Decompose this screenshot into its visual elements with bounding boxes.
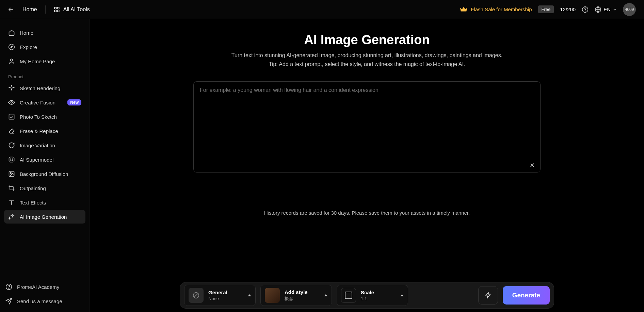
user-icon <box>8 58 15 65</box>
sidebar-item-label: Sketch Rendering <box>20 85 60 91</box>
svg-rect-3 <box>57 10 59 12</box>
option-text: General None <box>208 290 227 301</box>
language-selector[interactable]: EN <box>595 6 617 13</box>
hero-subtitle-1: Turn text into stunning AI-generated Ima… <box>90 51 644 60</box>
sidebar: Home Explore My Home Page Product Sketch… <box>0 19 90 312</box>
avatar-label: 4609 <box>625 7 634 12</box>
back-button[interactable] <box>5 4 16 15</box>
footer-link-label: Send us a message <box>17 298 62 304</box>
svg-rect-1 <box>57 7 59 9</box>
new-badge: New <box>67 99 81 105</box>
option-scale[interactable]: Scale 1:1 <box>337 285 408 306</box>
quick-action-button[interactable] <box>478 286 498 305</box>
option-title: General <box>208 290 227 295</box>
bolt-icon <box>485 292 492 299</box>
home-link[interactable]: Home <box>22 6 37 13</box>
aspect-icon <box>341 288 356 303</box>
globe-icon <box>595 6 601 13</box>
text-icon <box>8 199 15 206</box>
main: AI Image Generation Turn text into stunn… <box>90 19 644 312</box>
all-ai-tools-label: All AI Tools <box>63 6 90 13</box>
svg-point-13 <box>11 159 11 160</box>
grid-icon <box>54 6 60 13</box>
option-text: Scale 1:1 <box>361 290 374 301</box>
eraser-icon <box>8 128 15 134</box>
sidebar-item-label: AI Image Generation <box>20 214 67 220</box>
clear-prompt-button[interactable]: ✕ <box>529 162 535 169</box>
option-bar: General None Add style 概念 Scale 1:1 <box>180 282 554 309</box>
topbar-left: Home All AI Tools <box>5 4 90 15</box>
footer-link-academy[interactable]: PromeAI Academy <box>4 280 85 294</box>
sidebar-item-my-home-page[interactable]: My Home Page <box>4 54 85 68</box>
sidebar-item-label: Text Effects <box>20 200 46 206</box>
sidebar-item-label: Explore <box>20 44 37 50</box>
sidebar-item-erase-replace[interactable]: Erase & Replace <box>4 124 85 138</box>
sidebar-item-outpainting[interactable]: Outpainting <box>4 181 85 195</box>
flash-sale-link[interactable]: Flash Sale for Membership <box>460 6 532 13</box>
sidebar-products-group: Sketch Rendering Creative Fusion New Pho… <box>4 81 85 224</box>
sidebar-item-label: Image Variation <box>20 143 55 148</box>
svg-point-10 <box>11 102 13 103</box>
generate-label: Generate <box>512 292 540 299</box>
sidebar-item-ai-supermodel[interactable]: AI Supermodel <box>4 153 85 166</box>
language-label: EN <box>603 6 611 12</box>
svg-rect-0 <box>54 7 56 9</box>
sidebar-item-background-diffusion[interactable]: Background Diffusion <box>4 167 85 181</box>
option-add-style[interactable]: Add style 概念 <box>260 285 332 306</box>
send-icon <box>5 298 12 305</box>
history-note: History records are saved for 30 days. P… <box>90 210 644 216</box>
svg-marker-8 <box>11 46 13 48</box>
svg-rect-11 <box>9 114 14 119</box>
topbar: Home All AI Tools Flash Sale for Members… <box>0 0 644 19</box>
sidebar-item-label: AI Supermodel <box>20 157 53 163</box>
sidebar-item-photo-to-sketch[interactable]: Photo To Sketch <box>4 110 85 124</box>
chevron-up-icon <box>400 294 404 296</box>
sidebar-item-text-effects[interactable]: Text Effects <box>4 196 85 209</box>
svg-point-16 <box>10 173 11 174</box>
option-title: Scale <box>361 290 374 295</box>
svg-rect-12 <box>9 157 14 162</box>
prompt-container: ✕ <box>90 81 644 173</box>
home-icon <box>8 29 15 36</box>
arrow-left-icon <box>7 6 14 13</box>
hero-subtitle-2: Tip: Add a text prompt, select the style… <box>90 60 644 68</box>
generate-button[interactable]: Generate <box>503 286 550 305</box>
sidebar-item-explore[interactable]: Explore <box>4 40 85 54</box>
prompt-input[interactable] <box>200 87 534 167</box>
sidebar-item-home[interactable]: Home <box>4 26 85 39</box>
image-icon <box>8 170 15 177</box>
refresh-icon <box>8 142 15 149</box>
crown-icon <box>460 6 467 13</box>
sidebar-item-label: Background Diffusion <box>20 171 68 177</box>
prompt-box: ✕ <box>193 81 541 173</box>
option-general[interactable]: General None <box>184 285 256 306</box>
none-icon <box>189 288 204 303</box>
divider <box>45 5 46 14</box>
avatar[interactable]: 4609 <box>623 3 636 16</box>
all-ai-tools-link[interactable]: All AI Tools <box>54 6 90 13</box>
sidebar-item-label: Outpainting <box>20 185 46 191</box>
svg-point-9 <box>11 59 13 61</box>
face-icon <box>8 156 15 163</box>
credits-counter: 12/200 <box>560 6 576 12</box>
footer-link-send-message[interactable]: Send us a message <box>4 294 85 308</box>
sidebar-item-sketch-rendering[interactable]: Sketch Rendering <box>4 81 85 95</box>
sidebar-item-label: Home <box>20 30 33 36</box>
option-text: Add style 概念 <box>285 289 308 302</box>
sidebar-item-creative-fusion[interactable]: Creative Fusion New <box>4 96 85 109</box>
svg-point-14 <box>12 159 13 160</box>
magic-icon <box>8 213 15 220</box>
sidebar-item-label: Creative Fusion <box>20 100 55 105</box>
close-icon: ✕ <box>530 162 535 169</box>
plan-badge: Free <box>538 5 554 13</box>
help-icon[interactable] <box>582 6 589 13</box>
sidebar-item-ai-image-generation[interactable]: AI Image Generation <box>4 210 85 224</box>
sidebar-section-label: Product <box>4 68 85 81</box>
sidebar-nav-group: Home Explore My Home Page <box>4 26 85 68</box>
sidebar-item-image-variation[interactable]: Image Variation <box>4 138 85 152</box>
option-subtitle: 概念 <box>285 296 308 302</box>
svg-point-18 <box>9 288 9 289</box>
crop-icon <box>8 185 15 192</box>
sidebar-item-label: Erase & Replace <box>20 128 58 134</box>
sparkle-icon <box>8 85 15 92</box>
